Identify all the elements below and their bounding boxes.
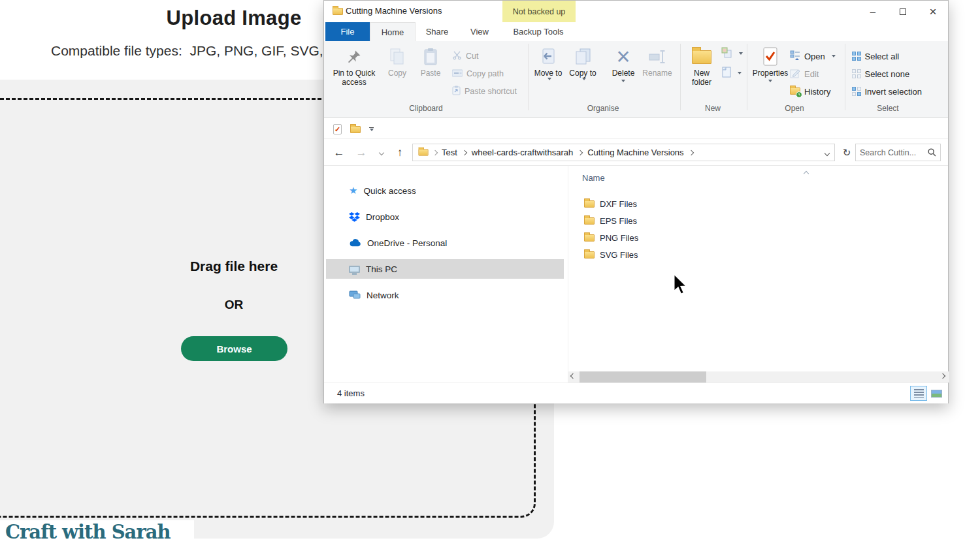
breadcrumb-wheel-cards[interactable]: wheel-cards-craftwithsarah bbox=[472, 148, 573, 157]
craft-with-sarah-logo: Craft with Sarah bbox=[5, 521, 171, 543]
file-row-dxf[interactable]: DXF Files bbox=[578, 195, 943, 212]
file-name: DXF Files bbox=[600, 199, 637, 209]
qat-customize-caret-icon[interactable] bbox=[369, 127, 374, 131]
move-to-label: Move to bbox=[534, 69, 563, 78]
file-row-png[interactable]: PNG Files bbox=[578, 229, 943, 246]
sidebar-item-dropbox[interactable]: Dropbox bbox=[324, 207, 568, 227]
history-button[interactable]: History bbox=[790, 84, 830, 99]
paste-icon bbox=[423, 45, 438, 69]
search-box[interactable] bbox=[855, 144, 941, 161]
history-label: History bbox=[804, 87, 830, 97]
paste-shortcut-button[interactable]: Paste shortcut bbox=[452, 84, 517, 99]
sidebar-item-label: This PC bbox=[366, 264, 397, 274]
history-icon bbox=[790, 87, 800, 97]
qat-properties-icon[interactable]: ✓ bbox=[333, 124, 342, 134]
cut-button[interactable]: Cut bbox=[452, 49, 478, 63]
quick-access-toolbar: ✓ bbox=[324, 120, 948, 139]
properties-button[interactable]: Properties bbox=[749, 45, 791, 82]
forward-icon[interactable]: → bbox=[353, 139, 370, 166]
properties-label: Properties bbox=[753, 69, 789, 78]
up-icon[interactable]: ↑ bbox=[391, 139, 408, 166]
open-button[interactable]: Open bbox=[790, 49, 836, 63]
minimize-button[interactable]: – bbox=[858, 1, 888, 22]
scroll-left-icon[interactable] bbox=[571, 373, 575, 379]
breadcrumb-chevron-icon[interactable] bbox=[433, 149, 438, 155]
search-icon[interactable] bbox=[928, 148, 936, 157]
new-folder-label: New folder bbox=[685, 69, 718, 87]
breadcrumb-chevron-icon[interactable] bbox=[462, 149, 467, 155]
dropdown-caret-icon bbox=[582, 78, 586, 80]
tab-home[interactable]: Home bbox=[370, 22, 416, 41]
copy-path-icon bbox=[452, 69, 463, 79]
open-group-label: Open bbox=[785, 104, 804, 113]
scroll-right-icon[interactable] bbox=[941, 373, 945, 379]
window-controls: – × bbox=[858, 1, 948, 22]
tab-view[interactable]: View bbox=[459, 22, 500, 41]
tab-share[interactable]: Share bbox=[416, 22, 459, 41]
cut-label: Cut bbox=[466, 52, 478, 61]
thumbnail-view-button[interactable] bbox=[928, 386, 945, 401]
tab-file[interactable]: File bbox=[325, 22, 370, 41]
back-icon[interactable]: ← bbox=[331, 139, 348, 166]
maximize-button[interactable] bbox=[888, 1, 918, 22]
details-view-icon bbox=[914, 389, 924, 398]
sidebar-item-quick-access[interactable]: ★ Quick access bbox=[324, 181, 568, 200]
network-icon bbox=[349, 290, 361, 300]
breadcrumb-chevron-icon[interactable] bbox=[578, 149, 583, 155]
clipboard-group-label: Clipboard bbox=[409, 104, 442, 113]
copy-to-button[interactable]: Copy to bbox=[567, 45, 598, 80]
breadcrumb-test[interactable]: Test bbox=[442, 148, 457, 157]
sidebar-item-onedrive[interactable]: OneDrive - Personal bbox=[324, 233, 568, 253]
paste-shortcut-icon bbox=[452, 86, 461, 97]
delete-button[interactable]: × Delete bbox=[607, 45, 640, 82]
invert-selection-button[interactable]: Invert selection bbox=[852, 84, 922, 99]
breadcrumb-chevron-icon[interactable] bbox=[688, 149, 693, 155]
pin-to-quick-access-button[interactable]: Pin to Quick access bbox=[327, 45, 381, 87]
qat-folder-icon[interactable] bbox=[350, 126, 361, 133]
search-input[interactable] bbox=[860, 148, 925, 157]
browse-button[interactable]: Browse bbox=[181, 336, 287, 361]
file-row-eps[interactable]: EPS Files bbox=[578, 212, 943, 229]
ribbon-tab-row: File Home Share View Backup Tools ? bbox=[324, 22, 948, 41]
refresh-icon[interactable]: ↻ bbox=[839, 144, 855, 161]
dropdown-caret-icon bbox=[621, 80, 625, 82]
copy-button[interactable]: Copy bbox=[382, 45, 412, 78]
dropdown-caret-icon bbox=[768, 80, 772, 82]
file-explorer-window: Cutting Machine Versions Not backed up –… bbox=[323, 0, 949, 403]
move-to-icon bbox=[540, 45, 557, 69]
sort-chevron-icon[interactable] bbox=[804, 168, 808, 178]
copy-path-button[interactable]: Copy path bbox=[452, 67, 504, 81]
select-none-label: Select none bbox=[865, 69, 910, 79]
select-all-button[interactable]: Select all bbox=[852, 49, 899, 63]
scrollbar-thumb[interactable] bbox=[580, 371, 706, 383]
address-dropdown-chevron-icon[interactable] bbox=[825, 148, 829, 157]
dropdown-caret-icon bbox=[547, 78, 551, 80]
move-to-button[interactable]: Move to bbox=[532, 45, 564, 80]
mouse-cursor bbox=[673, 274, 693, 296]
window-titlebar[interactable]: Cutting Machine Versions Not backed up –… bbox=[324, 1, 948, 22]
paste-button[interactable]: Paste bbox=[416, 45, 446, 78]
tab-backup-tools[interactable]: Backup Tools bbox=[513, 22, 564, 41]
rename-button[interactable]: Rename bbox=[640, 45, 675, 78]
new-folder-button[interactable]: New folder bbox=[685, 45, 718, 87]
horizontal-scrollbar[interactable] bbox=[568, 371, 949, 383]
sidebar-item-network[interactable]: Network bbox=[324, 285, 568, 305]
file-row-svg[interactable]: SVG Files bbox=[578, 246, 943, 263]
pin-icon bbox=[346, 45, 362, 69]
sidebar-item-this-pc[interactable]: This PC bbox=[326, 259, 564, 279]
status-bar: 4 items bbox=[324, 383, 948, 403]
file-name: EPS Files bbox=[600, 216, 637, 226]
address-bar[interactable]: Test wheel-cards-craftwithsarah Cutting … bbox=[412, 144, 835, 161]
close-button[interactable]: × bbox=[918, 1, 948, 22]
column-header-name[interactable]: Name bbox=[582, 173, 605, 183]
edit-button[interactable]: Edit bbox=[790, 67, 819, 81]
delete-label: Delete bbox=[612, 69, 635, 78]
pin-to-quick-access-label: Pin to Quick access bbox=[327, 69, 381, 87]
easy-access-button[interactable] bbox=[721, 66, 742, 80]
breadcrumb-cutting-machine-versions[interactable]: Cutting Machine Versions bbox=[587, 148, 683, 157]
file-name: PNG Files bbox=[600, 233, 638, 243]
recent-locations-chevron-icon[interactable] bbox=[375, 139, 388, 166]
select-none-button[interactable]: Select none bbox=[852, 67, 909, 81]
new-item-button[interactable] bbox=[721, 46, 743, 61]
details-view-button[interactable] bbox=[910, 386, 927, 401]
